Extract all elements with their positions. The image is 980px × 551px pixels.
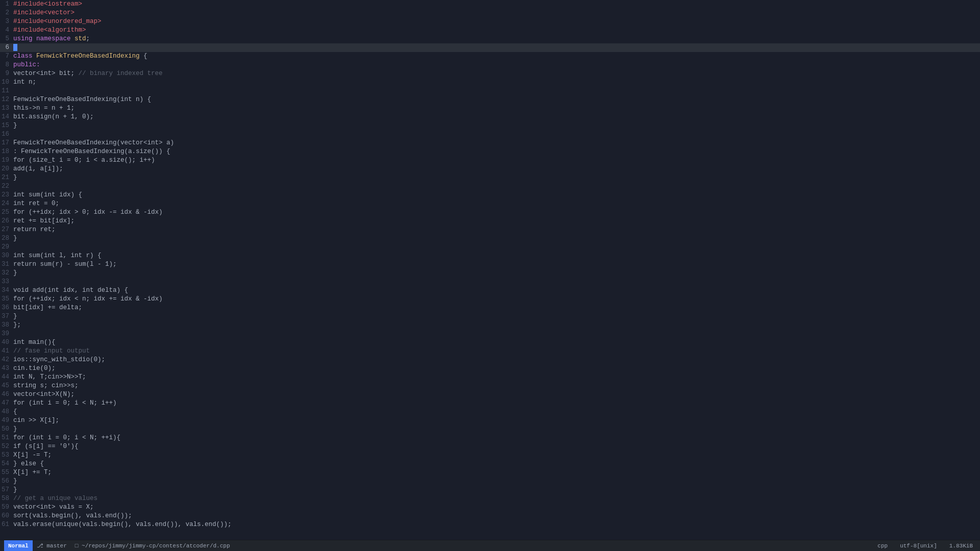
token: string s; cin>>s; (13, 382, 79, 389)
code-line: 28 } (0, 234, 980, 243)
code-line: 37 } (0, 312, 980, 321)
line-number: 9 (0, 69, 13, 78)
line-number: 29 (0, 243, 13, 252)
code-line: 19 for (size_t i = 0; i < a.size(); i++) (0, 156, 980, 165)
line-code: for (++idx; idx < n; idx += idx & -idx) (13, 295, 980, 304)
line-code: } (13, 425, 980, 434)
line-code: } else { (13, 460, 980, 468)
line-code: }; (13, 321, 980, 330)
line-number: 14 (0, 113, 13, 121)
token: } (13, 122, 17, 129)
line-number: 44 (0, 373, 13, 382)
token: }; (13, 321, 21, 329)
line-code: vector<int> vals = X; (13, 503, 980, 512)
line-code: int n; (13, 78, 980, 87)
token: X[i] -= T; (13, 452, 52, 459)
code-line: 60 sort(vals.begin(), vals.end()); (0, 512, 980, 520)
line-code: // fase input output (13, 347, 980, 356)
line-code: for (int i = 0; i < N; i++) (13, 399, 980, 408)
text-cursor (13, 44, 17, 51)
line-number: 19 (0, 156, 13, 165)
line-number: 28 (0, 234, 13, 243)
code-line: 27 return ret; (0, 226, 980, 234)
token: int main(){ (13, 339, 56, 346)
code-line: 51 for (int i = 0; i < N; ++i){ (0, 434, 980, 442)
token: { (140, 53, 148, 60)
line-number: 23 (0, 191, 13, 199)
code-line: 18 : FenwickTreeOneBasedIndexing(a.size(… (0, 147, 980, 156)
code-line: 38}; (0, 321, 980, 330)
token: FenwickTreeOneBasedIndexing (36, 53, 140, 60)
line-number: 4 (0, 26, 13, 35)
code-line: 10 int n; (0, 78, 980, 87)
line-code: void add(int idx, int delta) { (13, 286, 980, 295)
line-number: 51 (0, 434, 13, 442)
line-number: 59 (0, 503, 13, 512)
token: int ret = 0; (13, 200, 59, 207)
token: for (int i = 0; i < N; i++) (13, 399, 117, 407)
code-line: 39 (0, 330, 980, 338)
code-line: 47 for (int i = 0; i < N; i++) (0, 399, 980, 408)
line-number: 43 (0, 364, 13, 373)
status-left: Normal ⎇ master □ ~/repos/jimmy/jimmy-cp… (4, 540, 234, 552)
code-line: 14 bit.assign(n + 1, 0); (0, 113, 980, 121)
token: vector<int> vals = X; (13, 504, 94, 511)
line-number: 53 (0, 451, 13, 460)
code-line: 44 int N, T;cin>>N>>T; (0, 373, 980, 382)
line-code: FenwickTreeOneBasedIndexing(int n) { (13, 95, 980, 104)
code-line: 36 bit[idx] += delta; (0, 304, 980, 312)
line-number: 13 (0, 104, 13, 113)
line-code: #include<unordered_map> (13, 17, 980, 26)
line-code: #include<vector> (13, 9, 980, 17)
line-number: 3 (0, 17, 13, 26)
line-number: 8 (0, 61, 13, 69)
line-code: if (s[i] == '0'){ (13, 442, 980, 451)
token: } else { (13, 460, 44, 467)
token: return ret; (13, 226, 56, 233)
code-line: 22 (0, 182, 980, 191)
code-line: 48 { (0, 408, 980, 416)
line-number: 41 (0, 347, 13, 356)
line-number: 17 (0, 139, 13, 147)
line-number: 11 (0, 87, 13, 95)
code-line: 9 vector<int> bit; // binary indexed tre… (0, 69, 980, 78)
file-path: □ ~/repos/jimmy/jimmy-cp/contest/atcoder… (71, 543, 234, 549)
line-code: vector<int>X(N); (13, 390, 980, 399)
token: public: (13, 61, 40, 68)
line-code: for (size_t i = 0; i < a.size(); i++) (13, 156, 980, 165)
code-line: 6 (0, 43, 980, 52)
line-code: bit[idx] += delta; (13, 304, 980, 312)
token: ret += bit[idx]; (13, 217, 75, 224)
line-code: X[i] += T; (13, 468, 980, 477)
line-code (13, 130, 980, 139)
line-code: cin >> X[i]; (13, 416, 980, 425)
code-line: 40int main(){ (0, 338, 980, 347)
token: int sum(int idx) { (13, 191, 82, 198)
line-code: vector<int> bit; // binary indexed tree (13, 69, 980, 78)
code-line: 25 for (++idx; idx > 0; idx -= idx & -id… (0, 208, 980, 217)
line-number: 12 (0, 95, 13, 104)
line-number: 7 (0, 52, 13, 61)
code-line: 29 (0, 243, 980, 252)
token: #include<unordered_map> (13, 18, 102, 25)
path-text: ~/repos/jimmy/jimmy-cp/contest/atcoder/d… (82, 543, 230, 549)
code-line: 53 X[i] -= T; (0, 451, 980, 460)
code-line: 24 int ret = 0; (0, 199, 980, 208)
line-number: 61 (0, 520, 13, 529)
line-number: 57 (0, 486, 13, 494)
token: ios::sync_with_stdio(0); (13, 356, 105, 363)
code-line: 1#include<iostream> (0, 0, 980, 9)
token: class (13, 53, 36, 60)
token: } (13, 313, 17, 320)
code-container[interactable]: 1#include<iostream>2#include<vector>3#in… (0, 0, 980, 540)
token: #include<iostream> (13, 1, 82, 8)
token: FenwickTreeOneBasedIndexing(vector<int> … (13, 139, 174, 146)
code-line: 58 // get a unique values (0, 494, 980, 503)
line-number: 18 (0, 147, 13, 156)
line-number: 16 (0, 130, 13, 139)
code-line: 33 (0, 278, 980, 286)
line-code: return sum(r) - sum(l - 1); (13, 260, 980, 269)
token: } (13, 478, 17, 485)
vim-mode: Normal (4, 540, 33, 552)
git-branch: ⎇ master (33, 542, 71, 549)
